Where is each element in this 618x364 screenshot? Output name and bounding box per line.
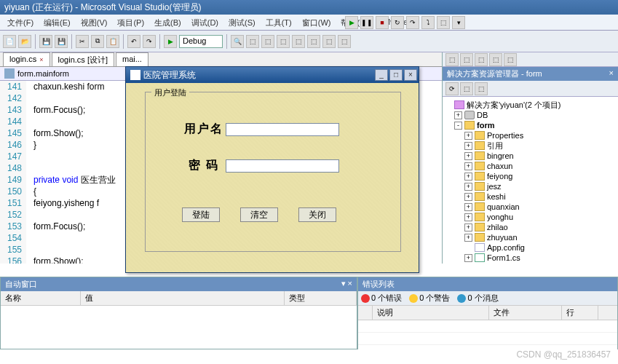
t4-icon[interactable]: ⬚ xyxy=(292,35,305,48)
tree-node[interactable]: +jesz xyxy=(444,181,617,191)
tree-node[interactable]: +Form1.cs xyxy=(444,253,617,263)
tree-node[interactable]: +keshi xyxy=(444,191,617,202)
errors-filter[interactable]: 0 个错误 xyxy=(361,293,402,304)
t7-icon[interactable]: ⬚ xyxy=(338,35,351,48)
pin-icon[interactable]: ▾ × xyxy=(341,279,352,290)
login-button[interactable]: 登陆 xyxy=(182,207,220,222)
se-i2-icon[interactable]: ⬚ xyxy=(460,53,473,66)
save-icon[interactable]: 💾 xyxy=(39,35,52,48)
title-bar: yiyuan (正在运行) - Microsoft Visual Studio(… xyxy=(0,0,618,15)
props-icon[interactable]: ⬚ xyxy=(475,82,488,95)
main-toolbar: 📄 📂 💾 💾 ✂ ⧉ 📋 ↶ ↷ ▶ Debug 🔍 ⬚ ⬚ ⬚ ⬚ ⬚ ⬚ … xyxy=(0,31,618,52)
close-icon[interactable]: × xyxy=(39,56,43,63)
new-icon[interactable]: 📄 xyxy=(3,35,16,48)
cut-icon[interactable]: ✂ xyxy=(76,35,89,48)
tab-login-cs[interactable]: login.cs× xyxy=(3,52,50,66)
t1-icon[interactable]: ⬚ xyxy=(246,35,259,48)
menu-build[interactable]: 生成(B) xyxy=(150,16,186,28)
line-gutter: 1411421431441451461471481491501511521531… xyxy=(0,81,26,264)
password-input[interactable] xyxy=(226,159,339,173)
redo-icon[interactable]: ↷ xyxy=(143,35,156,48)
username-input[interactable] xyxy=(226,123,339,136)
t6-icon[interactable]: ⬚ xyxy=(322,35,336,48)
username-label: 用户名 xyxy=(182,122,226,137)
tree-node[interactable]: +Properties xyxy=(444,130,617,141)
t5-icon[interactable]: ⬚ xyxy=(307,35,320,48)
step-over-icon[interactable]: ⤵ xyxy=(421,16,435,29)
solution-toolbar: ⟳ ⬚ ⬚ xyxy=(443,81,618,97)
play-icon[interactable]: ▶ xyxy=(164,35,177,48)
showall-icon[interactable]: ⬚ xyxy=(460,82,473,95)
auto-window: 自动窗口▾ × 名称 值 类型 xyxy=(0,277,357,349)
debug-controls: ▶ ❚❚ ■ ↻ ↷ ⤵ ⬚ ▾ xyxy=(345,16,465,29)
solution-tree[interactable]: 解决方案'yiyuan'(2 个项目)+DB-form+Properties+引… xyxy=(443,97,618,264)
tree-node[interactable]: +zhuyuan xyxy=(444,232,617,242)
tree-node[interactable]: +引用 xyxy=(444,141,617,151)
close-button[interactable]: × xyxy=(404,69,417,81)
tree-node[interactable]: +yonghu xyxy=(444,212,617,222)
pause-icon[interactable]: ❚❚ xyxy=(360,16,373,29)
menu-tools[interactable]: 工具(T) xyxy=(261,16,296,28)
menu-edit[interactable]: 编辑(E) xyxy=(39,16,75,28)
window-icon[interactable]: ▾ xyxy=(452,16,465,29)
find-icon[interactable]: 🔍 xyxy=(231,35,244,48)
tree-node[interactable]: +chaxun xyxy=(444,161,617,171)
code-text[interactable]: chaxun.keshi form form.Focus(); form.Sho… xyxy=(26,81,116,264)
t2-icon[interactable]: ⬚ xyxy=(261,35,274,48)
dialog-titlebar[interactable]: 医院管理系统 _ □ × xyxy=(126,67,419,83)
continue-icon[interactable]: ▶ xyxy=(345,16,358,29)
menu-file[interactable]: 文件(F) xyxy=(3,16,38,28)
tree-node[interactable]: +zhilao xyxy=(444,222,617,232)
restart-icon[interactable]: ↻ xyxy=(391,16,404,29)
tab-mainform[interactable]: mai... xyxy=(116,52,148,66)
refresh-icon[interactable]: ⟳ xyxy=(445,82,459,95)
dialog-title: 医院管理系统 xyxy=(143,69,196,82)
clear-button[interactable]: 清空 xyxy=(240,207,278,222)
menu-bar: 文件(F) 编辑(E) 视图(V) 项目(P) 生成(B) 调试(D) 测试(S… xyxy=(0,15,618,31)
tree-node[interactable]: -form xyxy=(444,120,617,130)
tree-node[interactable]: +bingren xyxy=(444,151,617,161)
editor-tabs: login.cs× login.cs [设计] mai... xyxy=(0,52,442,67)
warnings-filter[interactable]: 0 个警告 xyxy=(409,293,450,304)
config-combo[interactable]: Debug xyxy=(179,35,223,48)
error-list-title: 错误列表 xyxy=(363,279,395,290)
copy-icon[interactable]: ⧉ xyxy=(91,35,104,48)
menu-test[interactable]: 测试(S) xyxy=(224,16,260,28)
error-icon xyxy=(361,294,370,303)
password-label: 密 码 xyxy=(182,158,226,173)
tree-node[interactable]: 解决方案'yiyuan'(2 个项目) xyxy=(444,100,617,110)
tree-node[interactable]: App.config xyxy=(444,242,617,253)
login-dialog: 医院管理系统 _ □ × 用户登陆 用户名 密 码 登陆 清空 关闭 xyxy=(125,66,419,273)
menu-project[interactable]: 项目(P) xyxy=(113,16,148,28)
tree-node[interactable]: +DB xyxy=(444,110,617,120)
saveall-icon[interactable]: 💾 xyxy=(55,35,68,48)
menu-window[interactable]: 窗口(W) xyxy=(298,16,336,28)
tree-node[interactable]: +feiyong xyxy=(444,171,617,181)
tree-node[interactable]: +quanxian xyxy=(444,202,617,212)
messages-filter[interactable]: 0 个消息 xyxy=(457,293,498,304)
group-legend: 用户登陆 xyxy=(151,87,189,98)
panel-close-icon[interactable]: × xyxy=(609,68,614,77)
t3-icon[interactable]: ⬚ xyxy=(277,35,290,48)
close-dialog-button[interactable]: 关闭 xyxy=(298,207,336,222)
stop-icon[interactable]: ■ xyxy=(376,16,389,29)
hex-icon[interactable]: ⬚ xyxy=(437,16,450,29)
maximize-button[interactable]: □ xyxy=(389,69,403,81)
se-i4-icon[interactable]: ⬚ xyxy=(489,53,502,66)
error-list: 错误列表 0 个错误 0 个警告 0 个消息 说明 文件 行 xyxy=(357,277,618,349)
paste-icon[interactable]: 📋 xyxy=(106,35,119,48)
watermark: CSDN @qq_251836457 xyxy=(516,349,611,360)
menu-debug[interactable]: 调试(D) xyxy=(187,16,223,28)
undo-icon[interactable]: ↶ xyxy=(127,35,140,48)
se-i1-icon[interactable]: ⬚ xyxy=(445,53,459,66)
tab-login-design[interactable]: login.cs [设计] xyxy=(52,52,114,66)
se-i5-icon[interactable]: ⬚ xyxy=(504,53,517,66)
minimize-button[interactable]: _ xyxy=(375,69,388,81)
open-icon[interactable]: 📂 xyxy=(18,35,31,48)
auto-columns: 名称 值 类型 xyxy=(1,291,357,306)
auto-window-title: 自动窗口 xyxy=(5,279,37,290)
step-icon[interactable]: ↷ xyxy=(406,16,419,29)
tree-node[interactable]: +login.cs xyxy=(444,263,617,264)
menu-view[interactable]: 视图(V) xyxy=(76,16,112,28)
se-i3-icon[interactable]: ⬚ xyxy=(475,53,488,66)
